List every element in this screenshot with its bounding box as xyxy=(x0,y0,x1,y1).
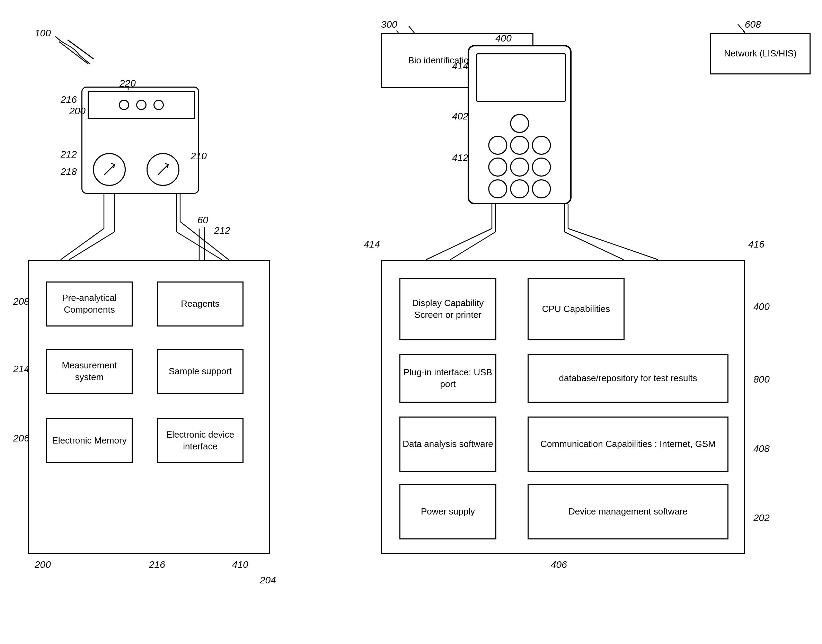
svg-line-0 xyxy=(68,40,94,59)
ref-416: 416 xyxy=(748,239,765,250)
svg-line-2 xyxy=(69,232,114,260)
sample-box: Sample support xyxy=(157,349,244,394)
svg-line-25 xyxy=(743,31,745,33)
ref-218: 218 xyxy=(61,166,77,177)
ref-300: 300 xyxy=(381,19,397,30)
svg-line-15 xyxy=(61,228,104,260)
ref-414-right: 414 xyxy=(364,239,380,250)
ref-202: 202 xyxy=(753,512,770,523)
svg-line-22 xyxy=(568,228,658,260)
ref-220: 220 xyxy=(120,78,136,89)
left-container: Pre-analytical Components Reagents Measu… xyxy=(28,260,270,554)
device-200 xyxy=(81,87,199,194)
ref-210: 210 xyxy=(191,150,207,162)
ref-206: 206 xyxy=(13,433,29,444)
ref-100: 100 xyxy=(35,28,51,39)
device-mgmt-text: Device management software xyxy=(568,506,688,518)
database-text: database/repository for test results xyxy=(559,373,697,384)
ref-410: 410 xyxy=(232,559,248,570)
ref-214: 214 xyxy=(13,363,29,375)
electronic-memory-box: Electronic Memory xyxy=(46,418,133,463)
cpu-box: CPU Capabilities xyxy=(527,278,625,340)
svg-line-20 xyxy=(426,228,492,260)
reagents-box: Reagents xyxy=(157,282,244,327)
database-box: database/repository for test results xyxy=(527,354,728,403)
ref-406: 406 xyxy=(551,559,567,570)
ref-212-right: 212 xyxy=(214,225,230,236)
ref-216-left: 216 xyxy=(61,94,77,105)
ref-414-left-top: 414 xyxy=(452,61,468,72)
data-analysis-box: Data analysis software xyxy=(399,417,496,472)
display-text: Display Capability Screen or printer xyxy=(400,297,495,321)
electronic-memory-text: Electronic Memory xyxy=(52,435,126,447)
cpu-text: CPU Capabilities xyxy=(542,303,610,315)
electronic-device-text: Electronic device interface xyxy=(158,429,243,452)
ref-412: 412 xyxy=(452,152,468,163)
measurement-box: Measurement system xyxy=(46,349,133,394)
electronic-device-box: Electronic device interface xyxy=(157,418,244,463)
svg-line-11 xyxy=(738,24,745,32)
svg-line-13 xyxy=(158,164,168,175)
ref-212-left: 212 xyxy=(61,149,77,160)
svg-line-12 xyxy=(104,164,115,175)
ref-400-top: 400 xyxy=(495,33,512,44)
communication-text: Communication Capabilities : Internet, G… xyxy=(540,439,716,450)
data-analysis-text: Data analysis software xyxy=(403,439,493,450)
svg-line-6 xyxy=(450,232,495,260)
reagents-text: Reagents xyxy=(181,298,219,310)
ref-200-bottom: 200 xyxy=(35,559,51,570)
ref-408: 408 xyxy=(753,443,770,454)
power-box: Power supply xyxy=(399,484,496,540)
svg-line-24 xyxy=(396,31,398,33)
ref-60: 60 xyxy=(197,215,208,226)
phone-400 xyxy=(468,45,572,204)
device-mgmt-box: Device management software xyxy=(527,484,728,540)
plugin-text: Plug-in interface: USB port xyxy=(400,366,495,390)
ref-608: 608 xyxy=(745,19,761,30)
pre-analytical-box: Pre-analytical Components xyxy=(46,282,133,327)
network-text: Network (LIS/HIS) xyxy=(724,48,797,60)
ref-800: 800 xyxy=(753,374,770,385)
ref-216-right: 216 xyxy=(149,559,165,570)
sample-text: Sample support xyxy=(169,366,232,377)
pre-analytical-text: Pre-analytical Components xyxy=(47,292,132,316)
svg-line-8 xyxy=(565,232,624,260)
display-box: Display Capability Screen or printer xyxy=(399,278,496,340)
measurement-text: Measurement system xyxy=(47,360,132,383)
ref-200: 200 xyxy=(69,106,86,117)
ref-208: 208 xyxy=(13,296,29,307)
power-text: Power supply xyxy=(421,506,475,518)
ref-204: 204 xyxy=(260,575,276,586)
ref-402: 402 xyxy=(452,111,468,122)
svg-line-4 xyxy=(177,232,222,260)
plugin-box: Plug-in interface: USB port xyxy=(399,354,496,403)
ref-400-right: 400 xyxy=(753,301,770,312)
svg-line-23 xyxy=(59,41,88,64)
network-box: Network (LIS/HIS) xyxy=(710,33,811,74)
communication-box: Communication Capabilities : Internet, G… xyxy=(527,417,728,472)
right-container: Display Capability Screen or printer CPU… xyxy=(381,260,745,554)
